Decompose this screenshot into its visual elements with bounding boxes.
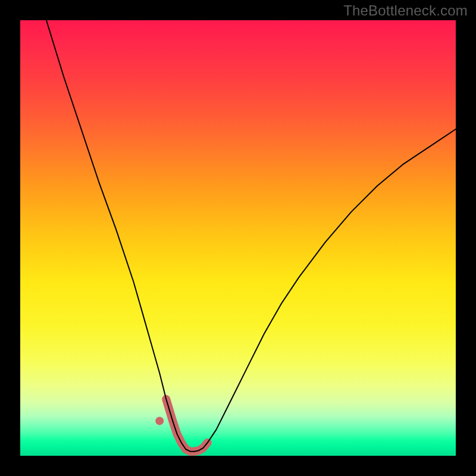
main-curve [46, 20, 456, 452]
curve-layer [20, 20, 456, 456]
plot-area [20, 20, 456, 456]
chart-frame: TheBottleneck.com [0, 0, 476, 476]
watermark-text: TheBottleneck.com [343, 2, 468, 19]
highlight-dot [155, 416, 164, 425]
svg-point-0 [155, 416, 164, 425]
highlight-segment [166, 399, 208, 452]
